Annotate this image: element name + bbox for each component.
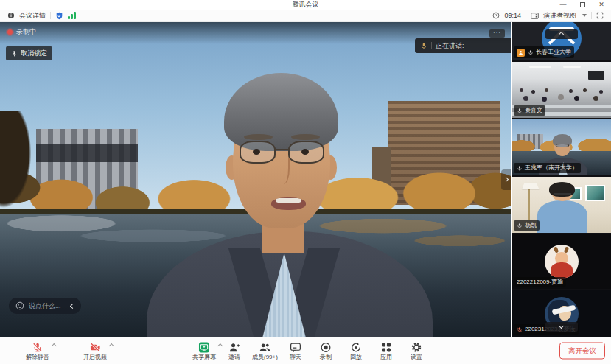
divider: [431, 42, 432, 49]
chevron-right-icon: [503, 177, 509, 182]
unpin-button[interactable]: 取消锁定: [6, 46, 52, 60]
avatar: [545, 245, 579, 279]
share-screen-button[interactable]: 共享屏幕: [192, 342, 217, 360]
chat-label: 聊天: [290, 354, 301, 360]
layout-icon: [531, 12, 539, 20]
mic-on-icon: [528, 49, 534, 56]
main-video-stage: 录制中 ··· 正在讲话: 取消锁定 说点什么...: [0, 22, 511, 337]
pin-icon: [11, 50, 18, 57]
invite-label: 邀请: [228, 354, 240, 360]
participant-tile[interactable]: 王兆军（南开大学）: [512, 119, 611, 175]
members-label: 成员(99+): [252, 354, 278, 360]
participant-name-label: 秦喜文: [514, 105, 545, 116]
chat-placeholder: 说点什么...: [29, 301, 61, 311]
apps-icon: [380, 342, 391, 353]
settings-label: 设置: [411, 354, 422, 360]
app-window: 腾讯会议 — ✕ 会议详情 09:14: [0, 0, 611, 364]
speaking-label: 正在讲话:: [436, 41, 464, 51]
mic-on-icon: [517, 165, 523, 172]
quick-chat-input[interactable]: 说点什么...: [9, 298, 81, 314]
members-button[interactable]: 成员(99+): [252, 342, 278, 360]
record-button[interactable]: 录制: [313, 342, 338, 360]
replay-icon: [350, 342, 361, 353]
apps-button[interactable]: 应用: [374, 342, 399, 360]
invite-icon: [228, 342, 240, 353]
shield-icon[interactable]: [55, 12, 63, 20]
participants-sidebar: 长春工业大学: [512, 22, 611, 337]
network-signal-icon[interactable]: [68, 12, 76, 19]
participant-tile[interactable]: 长春工业大学: [512, 22, 611, 60]
replay-button[interactable]: 回放: [343, 342, 369, 360]
sidebar-collapse-handle[interactable]: [501, 169, 511, 190]
meeting-details-link[interactable]: 会议详情: [19, 11, 46, 21]
divider: [66, 302, 66, 309]
replay-label: 回放: [350, 354, 362, 360]
divider: [591, 12, 592, 19]
members-icon: [259, 342, 270, 353]
divider: [50, 12, 51, 19]
chat-button[interactable]: 聊天: [283, 342, 308, 360]
mic-options-caret[interactable]: [52, 343, 56, 348]
participant-tile[interactable]: 杨凯: [512, 177, 611, 233]
mic-on-icon: [517, 108, 523, 114]
mic-icon: [420, 42, 427, 50]
mic-muted-icon: [32, 342, 43, 353]
scroll-up-button[interactable]: [545, 29, 578, 39]
window-title: 腾讯会议: [293, 0, 319, 10]
gear-icon: [411, 342, 422, 353]
participant-name-label: 王兆军（南开大学）: [514, 163, 581, 173]
recording-indicator: 录制中: [7, 27, 36, 37]
meeting-timer: 09:14: [504, 12, 521, 19]
participant-tile[interactable]: 2202212009-贾瑜: [512, 234, 611, 289]
bottom-toolbar: 解除静音 开启视频 共享屏幕: [0, 337, 611, 364]
apps-label: 应用: [380, 354, 392, 360]
info-icon: [7, 12, 15, 19]
leave-meeting-button[interactable]: 离开会议: [559, 343, 605, 360]
minimize-button[interactable]: —: [554, 0, 573, 10]
participant-name-label: 杨凯: [514, 220, 540, 231]
mic-muted-icon: [517, 326, 523, 333]
maximize-icon: [580, 2, 585, 7]
share-screen-icon: [198, 342, 209, 353]
meeting-header: 会议详情 09:14 演讲者视图: [0, 10, 611, 22]
recording-dot-icon: [7, 29, 13, 35]
clock-icon: [492, 12, 500, 19]
close-button[interactable]: ✕: [592, 0, 611, 10]
collapse-chat-icon[interactable]: [69, 303, 74, 308]
camera-options-caret[interactable]: [109, 343, 114, 348]
chat-icon: [290, 342, 301, 353]
start-video-label: 开启视频: [83, 354, 107, 360]
mic-on-icon: [517, 223, 523, 229]
view-mode-selector[interactable]: 演讲者视图: [543, 11, 576, 21]
invite-button[interactable]: 邀请: [222, 342, 247, 360]
participant-tile[interactable]: 秦喜文: [512, 62, 611, 118]
unpin-label: 取消锁定: [21, 49, 47, 58]
chevron-down-icon: [582, 14, 587, 17]
camera-off-icon: [90, 342, 101, 353]
more-options-button[interactable]: ···: [489, 29, 505, 38]
unmute-label: 解除静音: [26, 354, 49, 360]
smiley-icon: [15, 301, 24, 310]
record-label: 录制: [320, 354, 332, 360]
share-screen-label: 共享屏幕: [192, 354, 216, 360]
now-speaking-panel: 正在讲话:: [415, 38, 511, 53]
participant-name-label: 2202212009-贾瑜: [514, 277, 566, 287]
chevron-down-icon: [559, 323, 564, 329]
unmute-button[interactable]: 解除静音: [25, 342, 50, 360]
fullscreen-icon[interactable]: [596, 12, 604, 19]
record-icon: [320, 342, 331, 353]
titlebar: 腾讯会议 — ✕: [0, 0, 611, 10]
recording-label: 录制中: [16, 27, 36, 37]
host-badge-icon: [517, 49, 525, 57]
settings-button[interactable]: 设置: [404, 342, 429, 360]
window-controls: — ✕: [554, 0, 611, 10]
scroll-down-button[interactable]: [545, 322, 578, 332]
divider: [526, 12, 526, 19]
start-video-button[interactable]: 开启视频: [83, 342, 108, 360]
chevron-up-icon: [559, 32, 564, 37]
speaker-person: [158, 66, 444, 337]
participant-name-label: 长春工业大学: [514, 46, 574, 58]
maximize-button[interactable]: [573, 0, 592, 10]
